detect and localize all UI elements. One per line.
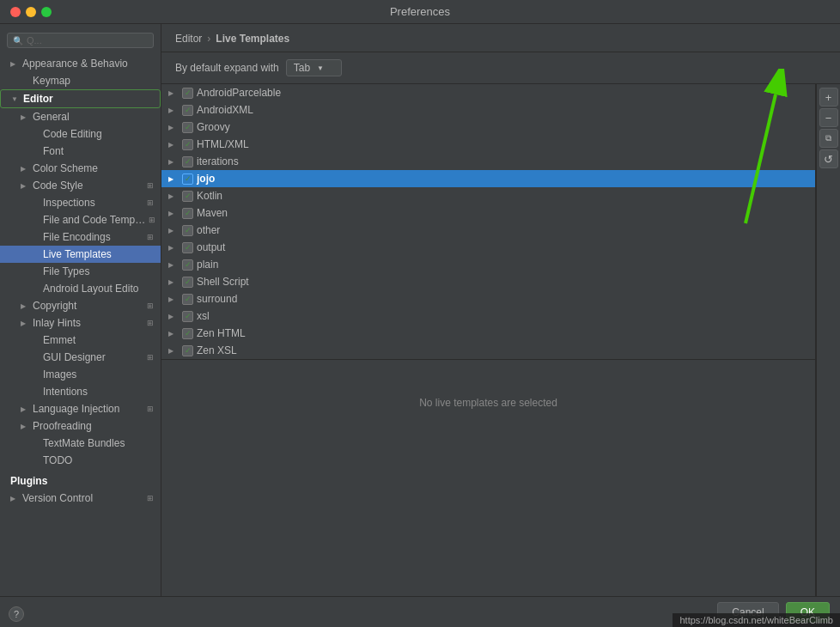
checkbox-zen-html[interactable] <box>182 328 193 339</box>
tpl-row-iterations[interactable]: ▶ iterations <box>161 153 815 170</box>
sidebar-item-keymap[interactable]: Keymap <box>0 72 161 89</box>
sidebar-item-appearance[interactable]: ▶ Appearance & Behavio <box>0 55 161 72</box>
tpl-label: surround <box>197 293 237 305</box>
minimize-button[interactable] <box>26 7 36 17</box>
expand-icon: ▶ <box>168 158 179 166</box>
expand-icon: ▶ <box>21 113 29 121</box>
tpl-label: Kotlin <box>197 190 222 202</box>
tpl-label: other <box>197 224 220 236</box>
tpl-row-maven[interactable]: ▶ Maven <box>161 204 815 222</box>
checkbox-output[interactable] <box>182 242 193 253</box>
close-button[interactable] <box>10 7 21 17</box>
checkbox-maven[interactable] <box>182 208 193 219</box>
expand-icon: ▶ <box>21 302 29 310</box>
expand-icon: ▶ <box>21 423 29 430</box>
checkbox-html-xml[interactable] <box>182 139 193 150</box>
sidebar-item-images[interactable]: Images <box>0 366 161 383</box>
checkbox-zen-xsl[interactable] <box>182 345 193 356</box>
checkbox-iterations[interactable] <box>182 156 193 167</box>
tpl-label: AndroidXML <box>197 104 253 116</box>
sidebar-item-editor[interactable]: ▼ Editor <box>0 89 161 108</box>
tpl-row-html-xml[interactable]: ▶ HTML/XML <box>161 136 815 153</box>
sidebar-item-code-style[interactable]: ▶ Code Style ⊞ <box>0 177 161 194</box>
remove-button[interactable]: − <box>819 108 838 127</box>
restore-button[interactable]: ↺ <box>819 149 838 168</box>
sidebar-item-label: Appearance & Behavio <box>22 58 128 70</box>
expand-icon: ▶ <box>168 244 179 252</box>
checkbox-other[interactable] <box>182 225 193 236</box>
sidebar-item-label: Android Layout Edito <box>43 283 138 295</box>
tpl-row-shell-script[interactable]: ▶ Shell Script <box>161 273 815 290</box>
sidebar-item-label: Proofreading <box>33 420 92 432</box>
sidebar-item-code-editing[interactable]: Code Editing <box>0 125 161 143</box>
sidebar-item-emmet[interactable]: Emmet <box>0 332 161 349</box>
sidebar-item-font[interactable]: Font <box>0 143 161 160</box>
template-actions: + − ⧉ ↺ <box>816 84 840 596</box>
sidebar-item-intentions[interactable]: Intentions <box>0 383 161 400</box>
toolbar-row: By default expand with Tab ▼ <box>161 52 840 84</box>
tpl-row-zen-html[interactable]: ▶ Zen HTML <box>161 325 815 342</box>
sidebar-item-todo[interactable]: TODO <box>0 452 161 469</box>
checkbox-android-parcelable[interactable] <box>182 88 193 99</box>
checkbox-plain[interactable] <box>182 259 193 271</box>
copy-button[interactable]: ⧉ <box>819 129 838 148</box>
expand-icon: ▶ <box>168 107 179 114</box>
tpl-label: output <box>197 241 225 253</box>
checkbox-android-xml[interactable] <box>182 105 193 116</box>
tpl-row-android-xml[interactable]: ▶ AndroidXML <box>161 101 815 119</box>
sidebar-item-label: Live Templates <box>43 248 112 260</box>
expand-icon: ▶ <box>21 320 29 327</box>
checkbox-jojo[interactable] <box>182 173 193 185</box>
window-controls[interactable] <box>10 7 52 17</box>
sidebar-item-color-scheme[interactable]: ▶ Color Scheme <box>0 160 161 177</box>
expand-dropdown[interactable]: Tab ▼ <box>286 59 342 76</box>
search-box[interactable]: 🔍 <box>7 33 154 48</box>
breadcrumb-sep: › <box>207 33 210 45</box>
tpl-row-plain[interactable]: ▶ plain <box>161 256 815 273</box>
sidebar-item-plugins[interactable]: Plugins <box>0 472 161 490</box>
sidebar-item-file-types[interactable]: File Types <box>0 263 161 280</box>
checkbox-xsl[interactable] <box>182 311 193 322</box>
expand-icon: ▶ <box>168 175 179 183</box>
sidebar-item-file-encodings[interactable]: File Encodings ⊞ <box>0 228 161 246</box>
template-body: ▶ AndroidParcelable ▶ AndroidXML ▶ Groov… <box>161 84 840 596</box>
sidebar-item-general[interactable]: ▶ General <box>0 108 161 125</box>
sidebar-item-language-injection[interactable]: ▶ Language Injection ⊞ <box>0 400 161 417</box>
expand-icon: ▶ <box>168 313 179 320</box>
external-icon: ⊞ <box>147 494 154 502</box>
sidebar-item-inspections[interactable]: Inspections ⊞ <box>0 194 161 211</box>
sidebar-item-label: Font <box>43 145 64 157</box>
sidebar-item-android-layout[interactable]: Android Layout Edito <box>0 280 161 297</box>
maximize-button[interactable] <box>41 7 52 17</box>
help-button[interactable]: ? <box>9 606 24 622</box>
sidebar-item-live-templates[interactable]: Live Templates <box>0 246 161 263</box>
tpl-label: AndroidParcelable <box>197 87 281 99</box>
tpl-row-kotlin[interactable]: ▶ Kotlin <box>161 187 815 204</box>
checkbox-shell-script[interactable] <box>182 277 193 288</box>
tpl-row-jojo[interactable]: ▶ jojo <box>161 170 815 187</box>
tpl-row-output[interactable]: ▶ output <box>161 239 815 256</box>
sidebar-item-label: Images <box>43 368 76 380</box>
tpl-row-groovy[interactable]: ▶ Groovy <box>161 119 815 136</box>
tpl-row-surround[interactable]: ▶ surround <box>161 290 815 307</box>
expand-icon: ▶ <box>168 89 179 97</box>
checkbox-surround[interactable] <box>182 294 193 305</box>
tpl-row-xsl[interactable]: ▶ xsl <box>161 307 815 325</box>
sidebar-item-file-code-templates[interactable]: File and Code Temp… ⊞ <box>0 211 161 228</box>
sidebar-item-label: Plugins <box>10 475 47 487</box>
sidebar-item-copyright[interactable]: ▶ Copyright ⊞ <box>0 297 161 314</box>
tpl-row-other[interactable]: ▶ other <box>161 222 815 239</box>
search-input[interactable] <box>27 35 148 46</box>
checkbox-groovy[interactable] <box>182 122 193 133</box>
tpl-label: HTML/XML <box>197 138 249 150</box>
sidebar-item-textmate-bundles[interactable]: TextMate Bundles <box>0 435 161 452</box>
sidebar-item-version-control[interactable]: ▶ Version Control ⊞ <box>0 490 161 507</box>
tpl-row-android-parcelable[interactable]: ▶ AndroidParcelable <box>161 84 815 101</box>
tpl-row-zen-xsl[interactable]: ▶ Zen XSL <box>161 342 815 359</box>
sidebar-item-proofreading[interactable]: ▶ Proofreading <box>0 417 161 435</box>
checkbox-kotlin[interactable] <box>182 191 193 202</box>
no-selection-text: No live templates are selected <box>419 397 557 409</box>
sidebar-item-inlay-hints[interactable]: ▶ Inlay Hints ⊞ <box>0 314 161 332</box>
add-button[interactable]: + <box>819 88 838 107</box>
sidebar-item-gui-designer[interactable]: GUI Designer ⊞ <box>0 349 161 366</box>
